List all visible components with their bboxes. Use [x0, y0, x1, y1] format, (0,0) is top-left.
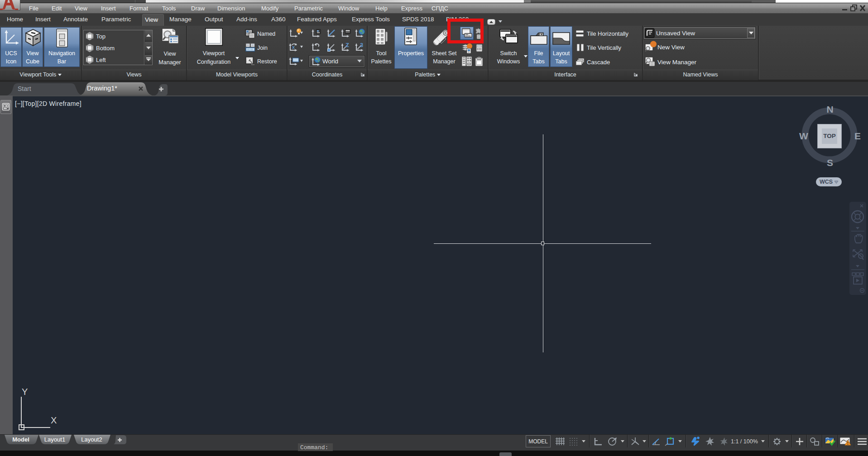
- svg-text:x: x: [292, 44, 295, 50]
- svg-text:3: 3: [360, 42, 363, 48]
- svg-text:Z: Z: [345, 42, 349, 48]
